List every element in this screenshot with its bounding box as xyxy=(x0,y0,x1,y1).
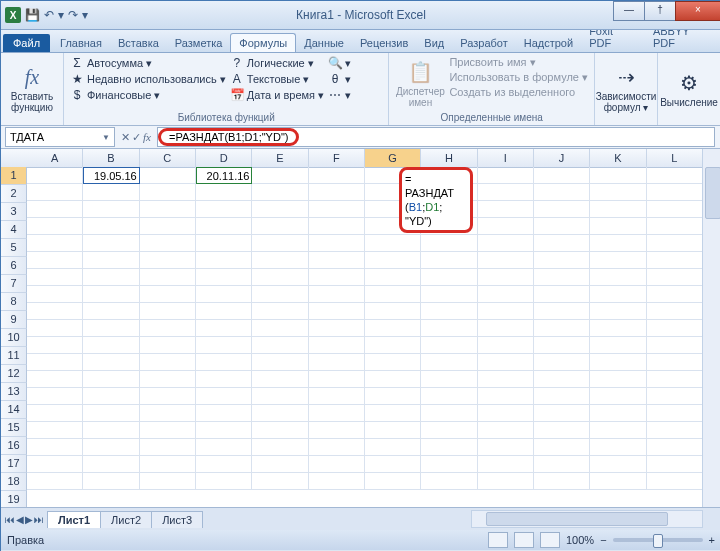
cell-A3[interactable] xyxy=(27,201,83,218)
cell-D13[interactable] xyxy=(196,371,252,388)
ribbon-tab-5[interactable]: Рецензив xyxy=(352,34,416,52)
cell-D15[interactable] xyxy=(196,405,252,422)
cell-J16[interactable] xyxy=(534,422,590,439)
cell-C18[interactable] xyxy=(140,456,196,473)
cell-A11[interactable] xyxy=(27,337,83,354)
cell-D5[interactable] xyxy=(196,235,252,252)
cell-G10[interactable] xyxy=(365,320,421,337)
cell-J4[interactable] xyxy=(534,218,590,235)
cell-edit-overlay[interactable]: = РАЗНДАТ (B1;D1; "YD") xyxy=(399,167,473,233)
cell-E12[interactable] xyxy=(252,354,308,371)
col-header-G[interactable]: G xyxy=(365,149,421,167)
cell-L1[interactable] xyxy=(647,167,703,184)
cancel-formula-button[interactable]: ✕ xyxy=(121,131,130,144)
cell-K3[interactable] xyxy=(590,201,646,218)
cell-L11[interactable] xyxy=(647,337,703,354)
cell-G6[interactable] xyxy=(365,252,421,269)
col-header-F[interactable]: F xyxy=(309,149,365,167)
cell-A6[interactable] xyxy=(27,252,83,269)
cell-D3[interactable] xyxy=(196,201,252,218)
cell-A5[interactable] xyxy=(27,235,83,252)
cell-G17[interactable] xyxy=(365,439,421,456)
col-header-I[interactable]: I xyxy=(478,149,534,167)
cell-E19[interactable] xyxy=(252,473,308,490)
cell-D1[interactable]: 20.11.16 xyxy=(196,167,252,184)
enter-formula-button[interactable]: ✓ xyxy=(132,131,141,144)
row-header-19[interactable]: 19 xyxy=(1,491,27,507)
zoom-level[interactable]: 100% xyxy=(566,534,594,546)
file-tab[interactable]: Файл xyxy=(3,34,50,52)
col-header-E[interactable]: E xyxy=(252,149,308,167)
cell-K17[interactable] xyxy=(590,439,646,456)
view-break-button[interactable] xyxy=(540,532,560,548)
cell-J14[interactable] xyxy=(534,388,590,405)
cell-C19[interactable] xyxy=(140,473,196,490)
cell-E16[interactable] xyxy=(252,422,308,439)
cell-B18[interactable] xyxy=(83,456,139,473)
text-button[interactable]: AТекстовые ▾ xyxy=(230,71,324,87)
cells-area[interactable]: 19.05.1620.11.16 xyxy=(27,167,703,507)
view-layout-button[interactable] xyxy=(514,532,534,548)
cell-J12[interactable] xyxy=(534,354,590,371)
cell-I11[interactable] xyxy=(478,337,534,354)
cell-H15[interactable] xyxy=(421,405,477,422)
cell-L12[interactable] xyxy=(647,354,703,371)
cell-E18[interactable] xyxy=(252,456,308,473)
cell-H7[interactable] xyxy=(421,269,477,286)
cell-B16[interactable] xyxy=(83,422,139,439)
cell-D6[interactable] xyxy=(196,252,252,269)
cell-F13[interactable] xyxy=(309,371,365,388)
cell-C4[interactable] xyxy=(140,218,196,235)
row-header-15[interactable]: 15 xyxy=(1,419,27,437)
cell-D14[interactable] xyxy=(196,388,252,405)
cell-F18[interactable] xyxy=(309,456,365,473)
financial-button[interactable]: $Финансовые ▾ xyxy=(70,87,226,103)
row-header-10[interactable]: 10 xyxy=(1,329,27,347)
cell-D4[interactable] xyxy=(196,218,252,235)
recent-button[interactable]: ★Недавно использовались ▾ xyxy=(70,71,226,87)
cell-E3[interactable] xyxy=(252,201,308,218)
cell-I10[interactable] xyxy=(478,320,534,337)
cell-C9[interactable] xyxy=(140,303,196,320)
cell-E15[interactable] xyxy=(252,405,308,422)
cell-F9[interactable] xyxy=(309,303,365,320)
chevron-down-icon[interactable]: ▼ xyxy=(102,133,110,142)
cell-L15[interactable] xyxy=(647,405,703,422)
cell-A10[interactable] xyxy=(27,320,83,337)
ribbon-tab-0[interactable]: Главная xyxy=(52,34,110,52)
cell-G7[interactable] xyxy=(365,269,421,286)
ribbon-tab-6[interactable]: Вид xyxy=(416,34,452,52)
hscroll-thumb[interactable] xyxy=(486,512,668,526)
cell-J8[interactable] xyxy=(534,286,590,303)
cell-E10[interactable] xyxy=(252,320,308,337)
cell-C7[interactable] xyxy=(140,269,196,286)
cell-K14[interactable] xyxy=(590,388,646,405)
cell-J2[interactable] xyxy=(534,184,590,201)
cell-F8[interactable] xyxy=(309,286,365,303)
cell-C12[interactable] xyxy=(140,354,196,371)
cell-A2[interactable] xyxy=(27,184,83,201)
cell-B1[interactable]: 19.05.16 xyxy=(83,167,139,184)
insert-function-button[interactable]: fx Вставить функцию xyxy=(7,55,57,123)
cell-H17[interactable] xyxy=(421,439,477,456)
undo-icon[interactable]: ↶ xyxy=(44,8,54,22)
col-header-J[interactable]: J xyxy=(534,149,590,167)
view-normal-button[interactable] xyxy=(488,532,508,548)
row-header-7[interactable]: 7 xyxy=(1,275,27,293)
ribbon-tab-2[interactable]: Разметка xyxy=(167,34,231,52)
cell-I4[interactable] xyxy=(478,218,534,235)
cell-A16[interactable] xyxy=(27,422,83,439)
cell-L6[interactable] xyxy=(647,252,703,269)
cell-C17[interactable] xyxy=(140,439,196,456)
cell-G16[interactable] xyxy=(365,422,421,439)
cell-A13[interactable] xyxy=(27,371,83,388)
cell-I14[interactable] xyxy=(478,388,534,405)
cell-E13[interactable] xyxy=(252,371,308,388)
cell-K2[interactable] xyxy=(590,184,646,201)
cell-B2[interactable] xyxy=(83,184,139,201)
cell-A19[interactable] xyxy=(27,473,83,490)
cell-I5[interactable] xyxy=(478,235,534,252)
cell-J7[interactable] xyxy=(534,269,590,286)
cell-C2[interactable] xyxy=(140,184,196,201)
cell-K10[interactable] xyxy=(590,320,646,337)
